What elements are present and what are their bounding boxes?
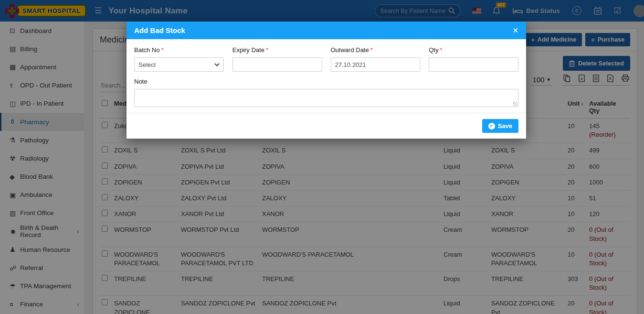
modal-body: Batch No* Select Expiry Date* Outward Da… bbox=[127, 39, 526, 113]
close-icon[interactable]: ✕ bbox=[512, 26, 518, 35]
outward-date-label: Outward Date* bbox=[331, 46, 421, 54]
app: SMART HOSPITAL ☰ Your Hospital Name 417 … bbox=[0, 0, 644, 314]
resize-handle-icon[interactable] bbox=[513, 102, 517, 106]
note-label: Note bbox=[134, 78, 518, 85]
qty-input[interactable] bbox=[429, 57, 518, 72]
modal-title: Add Bad Stock bbox=[134, 26, 185, 34]
modal-footer: ✔ Save bbox=[127, 113, 526, 139]
required-mark: * bbox=[440, 46, 442, 54]
save-button[interactable]: ✔ Save bbox=[482, 119, 518, 133]
expiry-date-label: Expiry Date* bbox=[232, 46, 322, 54]
required-mark: * bbox=[266, 46, 268, 54]
outward-date-input[interactable] bbox=[331, 57, 421, 72]
add-bad-stock-modal: Add Bad Stock ✕ Batch No* Select Expiry … bbox=[127, 22, 526, 139]
batch-no-value: Select bbox=[138, 61, 156, 68]
chevron-down-icon bbox=[214, 63, 220, 66]
save-button-label: Save bbox=[498, 122, 512, 130]
batch-no-select[interactable]: Select bbox=[134, 57, 224, 72]
batch-no-label: Batch No* bbox=[134, 46, 224, 54]
qty-label: Qty* bbox=[429, 46, 518, 54]
modal-header: Add Bad Stock ✕ bbox=[127, 22, 526, 39]
check-icon: ✔ bbox=[488, 123, 495, 130]
expiry-date-input[interactable] bbox=[232, 57, 322, 72]
required-mark: * bbox=[370, 46, 373, 54]
note-textarea[interactable] bbox=[134, 89, 518, 107]
required-mark: * bbox=[161, 46, 163, 54]
